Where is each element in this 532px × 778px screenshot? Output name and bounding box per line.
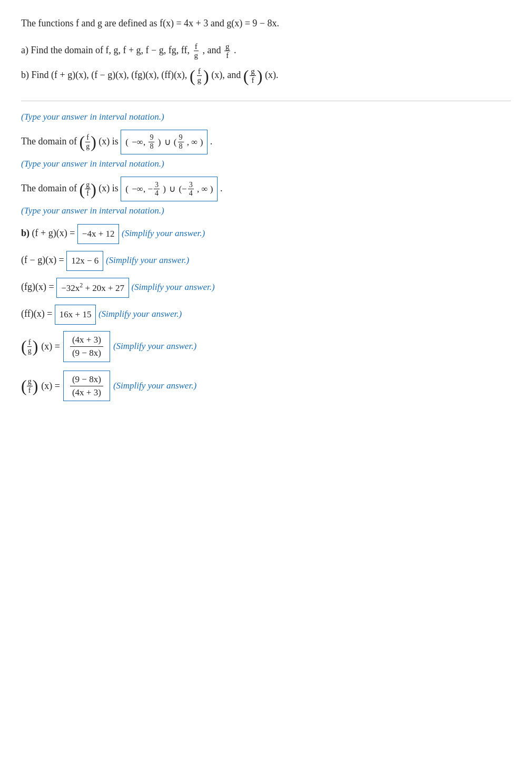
- interval-note-2: (Type your answer in interval notation.): [21, 159, 511, 169]
- fminusg-line: (f − g)(x) = 12x − 6 (Simplify your answ…: [21, 250, 511, 271]
- fminusg-label: (f − g)(x) =: [21, 255, 64, 265]
- problem-text: The functions f and g are defined as f(x…: [21, 18, 279, 28]
- frac-f-g-b: f g: [196, 67, 203, 85]
- frac-f-over-g-den: g: [193, 51, 199, 60]
- left-big-paren: (: [190, 67, 195, 84]
- frac-govf: g f: [27, 377, 33, 394]
- part-b-text: Find (f + g)(x), (f − g)(x), (fg)(x), (f…: [32, 70, 188, 80]
- fplusg-note: (Simplify your answer.): [122, 228, 205, 238]
- big-paren-group-fg: ( f g ): [190, 67, 209, 85]
- frac-g-over-f-num: g: [224, 42, 231, 52]
- frac-f-over-g-num: f: [194, 42, 199, 52]
- govf-x-eq: (x) =: [41, 376, 60, 395]
- fminusg-answer: 12x − 6: [66, 251, 103, 271]
- domain-gf-label: The domain of: [21, 183, 77, 193]
- ff-note: (Simplify your answer.): [98, 309, 182, 319]
- section-b-bold: b): [21, 228, 29, 238]
- paren-fg: ( f g ): [79, 133, 96, 150]
- domain-gf-answer-box: ( −∞, − 3 4 ) ∪ (− 3 4 , ∞ ): [121, 177, 218, 201]
- domain-fg-label: The domain of: [21, 135, 77, 146]
- gf-frac-3-4-right: 3 4: [188, 181, 194, 198]
- fplusg-answer: −4x + 12: [77, 224, 120, 244]
- problem-statement: The functions f and g are defined as f(x…: [21, 16, 511, 31]
- period: .: [234, 45, 237, 55]
- part-a-text: Find the domain of f, g, f + g, f − g, f…: [31, 45, 189, 55]
- part-b-statement: b) Find (f + g)(x), (f − g)(x), (fg)(x),…: [21, 65, 511, 85]
- fplusg-label: (f + g)(x) =: [32, 228, 75, 238]
- govf-line: ( g f ) (x) = (9 − 8x) (4x + 3) (Simplif…: [21, 371, 511, 402]
- paren-govf: ( g f ): [21, 377, 38, 394]
- fg-label: (fg)(x) =: [21, 281, 54, 292]
- paren-gf: ( g f ): [79, 181, 96, 198]
- foverg-x-eq: (x) =: [41, 337, 60, 356]
- frac-f-over-g: f g: [193, 42, 199, 60]
- fminusg-note: (Simplify your answer.): [106, 255, 189, 265]
- frac-gf-domain: g f: [85, 181, 91, 198]
- section-divider: [21, 101, 511, 101]
- domain-gf-line: The domain of ( g f ) (x) is ( −∞, − 3 4…: [21, 177, 511, 201]
- part-b-label: b): [21, 70, 29, 80]
- interval-note-1: (Type your answer in interval notation.): [21, 112, 511, 122]
- interval-note-3: (Type your answer in interval notation.): [21, 206, 511, 216]
- domain-gf-xis: (x) is: [98, 183, 119, 193]
- foverg-line: ( f g ) (x) = (4x + 3) (9 − 8x) (Simplif…: [21, 331, 511, 362]
- fg-line: (fg)(x) = −32x2 + 20x + 27 (Simplify you…: [21, 277, 511, 298]
- big-paren-group-gf: ( g f ): [243, 67, 263, 85]
- ff-label: (ff)(x) =: [21, 308, 52, 319]
- fg-frac-9-8-left: 9 8: [149, 133, 154, 150]
- paren-foverg: ( f g ): [21, 338, 38, 355]
- govf-note: (Simplify your answer.): [113, 377, 196, 395]
- part-a-label: a): [21, 45, 28, 55]
- part-a: a) Find the domain of f, g, f + g, f − g…: [21, 41, 511, 60]
- frac-g-f-b: g f: [250, 67, 256, 85]
- part-b-text2: (x), and: [211, 70, 241, 80]
- fg-answer: −32x2 + 20x + 27: [56, 278, 129, 298]
- govf-answer: (9 − 8x) (4x + 3): [63, 371, 110, 402]
- left-big-paren-2: (: [243, 67, 249, 84]
- frac-g-over-f-den: f: [225, 51, 230, 60]
- domain-fg-xis: (x) is: [98, 135, 119, 146]
- fplusg-line: b) (f + g)(x) = −4x + 12 (Simplify your …: [21, 223, 511, 244]
- fg-frac-9-8-right: 9 8: [178, 133, 184, 150]
- part-a-and: , and: [202, 45, 221, 55]
- foverg-note: (Simplify your answer.): [113, 337, 196, 355]
- right-big-paren: ): [203, 67, 209, 84]
- domain-fg-line: The domain of ( f g ) (x) is ( −∞, 9 8 )…: [21, 130, 511, 154]
- gf-frac-3-4-left: 3 4: [154, 181, 160, 198]
- ff-line: (ff)(x) = 16x + 15 (Simplify your answer…: [21, 304, 511, 325]
- domain-fg-answer-box: ( −∞, 9 8 ) ∪ ( 9 8 , ∞ ): [121, 130, 208, 154]
- frac-fg-domain: f g: [85, 133, 91, 150]
- foverg-answer: (4x + 3) (9 − 8x): [63, 331, 110, 362]
- fg-note: (Simplify your answer.): [131, 282, 214, 292]
- right-big-paren-2: ): [257, 67, 263, 84]
- part-b-text3: (x).: [265, 70, 279, 80]
- frac-g-over-f: g f: [224, 42, 231, 60]
- ff-answer: 16x + 15: [55, 305, 96, 325]
- frac-foverg: f g: [27, 338, 33, 355]
